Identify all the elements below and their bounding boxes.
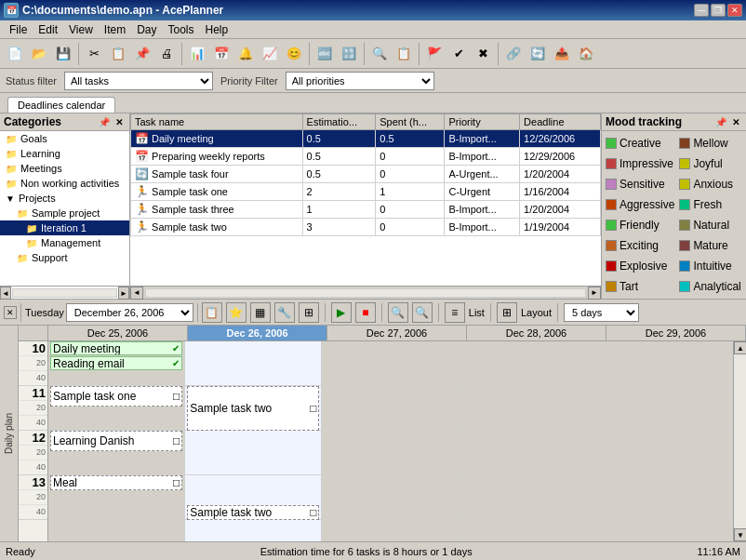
cal-scroll-up[interactable]: ▲ [734, 341, 746, 354]
cal-btn-list[interactable]: ≡ [445, 302, 465, 323]
mood-item[interactable]: Friendly [604, 216, 676, 235]
mood-item[interactable]: Explosive [604, 257, 676, 276]
status-filter-select[interactable]: All tasks [64, 72, 213, 90]
cal-btn-stop[interactable]: ■ [355, 302, 376, 323]
mood-close[interactable]: ✕ [729, 115, 742, 128]
mood-item[interactable]: Natural [677, 216, 744, 235]
toolbar-delete[interactable]: ✖ [472, 43, 494, 65]
cal-x-button[interactable]: ✕ [4, 306, 17, 319]
cat-nonworking[interactable]: 📁Non working activities [0, 176, 129, 191]
cal-btn-tools2[interactable]: 🔧 [274, 302, 295, 323]
toolbar-paste[interactable]: 📌 [131, 43, 153, 65]
toolbar-home[interactable]: 🏠 [575, 43, 597, 65]
toolbar-tasks[interactable]: 📊 [186, 43, 208, 65]
cal-btn-layout[interactable]: ⊞ [497, 302, 517, 323]
cal-scroll-down[interactable]: ▼ [734, 528, 746, 541]
cal-btn-play[interactable]: ▶ [331, 302, 352, 323]
toolbar-group[interactable]: 📋 [393, 43, 415, 65]
mood-item[interactable]: Sensitive [604, 174, 676, 193]
cal-btn-tasks[interactable]: 📋 [202, 302, 222, 323]
cal-view-select[interactable]: 5 days 1 day 7 days 2 weeks Month [564, 303, 639, 322]
toolbar-sort2[interactable]: 🔡 [338, 43, 360, 65]
menu-item[interactable]: Item [99, 21, 131, 38]
toolbar-reminder[interactable]: 🔔 [234, 43, 257, 65]
cat-projects[interactable]: ▼Projects [0, 191, 129, 206]
col-deadline[interactable]: Deadline [520, 114, 601, 130]
cat-iteration1[interactable]: 📁Iteration 1 [0, 220, 129, 235]
priority-filter-select[interactable]: All priorities [286, 72, 434, 90]
mood-item[interactable]: Aggressive [604, 194, 676, 214]
toolbar-sort[interactable]: 🔤 [313, 43, 336, 65]
mood-item[interactable]: Intuitive [677, 257, 744, 276]
mood-item[interactable]: Creative [604, 133, 676, 153]
cat-goals[interactable]: 📁Goals [0, 131, 129, 146]
mood-item[interactable]: Mellow [677, 133, 744, 153]
task-row[interactable]: 📅 Preparing weekly reports 0.5 0 B-Impor… [131, 148, 601, 166]
cal-day-dec29[interactable]: Dec 29, 2006 [606, 326, 746, 340]
cal-day-dec28[interactable]: Dec 28, 2006 [467, 326, 606, 340]
cat-support[interactable]: 📁Support [0, 250, 129, 265]
mood-item[interactable]: Impressive [604, 153, 676, 173]
mood-item[interactable]: Fresh [677, 194, 744, 214]
toolbar-copy[interactable]: 📋 [107, 43, 129, 65]
toolbar-sync[interactable]: 🔄 [526, 43, 549, 65]
task-row[interactable]: 🏃 Sample task two 3 0 B-Import... 1/19/2… [131, 219, 601, 236]
cal-btn-star[interactable]: ⭐ [226, 302, 246, 323]
toolbar-save[interactable]: 💾 [52, 43, 74, 65]
event-sample-task-two-2[interactable]: Sample task two□ [187, 505, 319, 520]
cat-scroll-right[interactable]: ► [118, 287, 129, 300]
restore-button[interactable]: ❐ [711, 4, 726, 17]
mood-pin[interactable]: 📌 [714, 115, 727, 128]
toolbar-cal[interactable]: 📅 [210, 43, 233, 65]
event-meal[interactable]: Meal□ [50, 475, 182, 490]
cat-management[interactable]: 📁Management [0, 235, 129, 250]
event-sample-task-two-1[interactable]: Sample task two□ [187, 386, 319, 431]
mood-item[interactable]: Anxious [677, 174, 744, 193]
col-estimation[interactable]: Estimatio... [302, 114, 376, 130]
toolbar-cut[interactable]: ✂ [83, 43, 105, 65]
task-row[interactable]: 🔄 Sample task four 0.5 0 A-Urgent... 1/2… [131, 166, 601, 183]
menu-tools[interactable]: Tools [163, 21, 200, 38]
cal-btn-table[interactable]: ⊞ [299, 302, 319, 323]
toolbar-stats[interactable]: 📈 [259, 43, 281, 65]
event-daily-meeting[interactable]: Daily meeting✔ [50, 341, 182, 355]
toolbar-mark[interactable]: ✔ [447, 43, 470, 65]
event-reading-email[interactable]: Reading email✔ [50, 356, 182, 370]
cal-btn-grid[interactable]: ▦ [250, 302, 271, 323]
task-row[interactable]: 🏃 Sample task three 1 0 B-Import... 1/20… [131, 201, 601, 219]
cat-scroll-left[interactable]: ◄ [0, 287, 11, 300]
toolbar-export[interactable]: 📤 [551, 43, 573, 65]
task-hscroll-left[interactable]: ◄ [130, 287, 143, 300]
menu-day[interactable]: Day [131, 21, 162, 38]
toolbar-filter[interactable]: 🔍 [368, 43, 391, 65]
close-button[interactable]: ✕ [727, 4, 742, 17]
toolbar-smiley[interactable]: 😊 [283, 43, 305, 65]
mood-item[interactable]: Tart [604, 277, 676, 297]
cal-btn-zoom-out[interactable]: 🔍 [412, 302, 433, 323]
event-sample-task-one[interactable]: Sample task one□ [50, 386, 182, 407]
cat-sample-project[interactable]: 📁Sample project [0, 206, 129, 220]
event-learning-danish[interactable]: Learning Danish□ [50, 431, 182, 451]
task-hscroll-right[interactable]: ► [588, 287, 601, 300]
cal-day-dec27[interactable]: Dec 27, 2006 [327, 326, 467, 340]
toolbar-flag[interactable]: 🚩 [423, 43, 446, 65]
mood-item[interactable]: Analytical [677, 277, 744, 297]
mood-item[interactable]: Joyful [677, 153, 744, 173]
minimize-button[interactable]: — [694, 4, 709, 17]
menu-file[interactable]: File [4, 21, 33, 38]
cal-day-dec26[interactable]: Dec 26, 2006 [188, 326, 327, 340]
task-row[interactable]: 🏃 Sample task one 2 1 C-Urgent 1/16/2004 [131, 183, 601, 201]
menu-edit[interactable]: Edit [33, 21, 63, 38]
mood-item[interactable]: Mature [677, 236, 744, 256]
col-taskname[interactable]: Task name [131, 114, 303, 130]
tab-deadlines[interactable]: Deadlines calendar [7, 97, 115, 113]
categories-pin[interactable]: 📌 [98, 115, 111, 128]
toolbar-print[interactable]: 🖨 [155, 43, 178, 65]
cat-meetings[interactable]: 📁Meetings [0, 161, 129, 176]
menu-help[interactable]: Help [200, 21, 234, 38]
cat-learning[interactable]: 📁Learning [0, 146, 129, 161]
cal-day-dec25[interactable]: Dec 25, 2006 [48, 326, 188, 340]
toolbar-new[interactable]: 📄 [4, 43, 26, 65]
mood-item[interactable]: Exciting [604, 236, 676, 256]
categories-close[interactable]: ✕ [113, 115, 126, 128]
